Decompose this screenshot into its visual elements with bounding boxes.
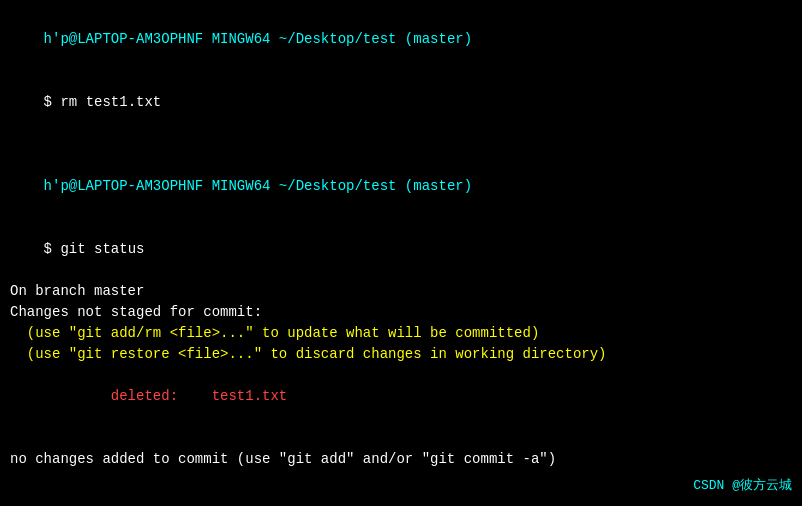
watermark: CSDN @彼方云城 xyxy=(693,476,792,494)
dollar-1: $ xyxy=(44,94,61,110)
cmd-text-2: git status xyxy=(60,241,144,257)
output-line-1: On branch master xyxy=(10,281,792,302)
output-line-4: (use "git restore <file>..." to discard … xyxy=(10,344,792,365)
prompt-line-3: h'p@LAPTOP-AM3OPHNF MINGW64 ~/Desktop/te… xyxy=(10,491,792,506)
prompt-line-2: h'p@LAPTOP-AM3OPHNF MINGW64 ~/Desktop/te… xyxy=(10,155,792,218)
no-changes-line: no changes added to commit (use "git add… xyxy=(10,449,792,470)
deleted-file: test1.txt xyxy=(178,388,287,404)
cmd-text-1: rm test1.txt xyxy=(60,94,161,110)
deleted-label: deleted: xyxy=(44,388,178,404)
blank-1 xyxy=(10,134,792,155)
terminal: h'p@LAPTOP-AM3OPHNF MINGW64 ~/Desktop/te… xyxy=(0,0,802,506)
prompt-text-2: h'p@LAPTOP-AM3OPHNF MINGW64 ~/Desktop/te… xyxy=(44,178,472,194)
cmd-line-2: $ git status xyxy=(10,218,792,281)
prompt-line-1: h'p@LAPTOP-AM3OPHNF MINGW64 ~/Desktop/te… xyxy=(10,8,792,71)
dollar-2: $ xyxy=(44,241,61,257)
blank-3 xyxy=(10,470,792,491)
blank-2 xyxy=(10,428,792,449)
output-line-3: (use "git add/rm <file>..." to update wh… xyxy=(10,323,792,344)
output-line-2: Changes not staged for commit: xyxy=(10,302,792,323)
cmd-line-1: $ rm test1.txt xyxy=(10,71,792,134)
deleted-line: deleted: test1.txt xyxy=(10,365,792,428)
prompt-text-1: h'p@LAPTOP-AM3OPHNF MINGW64 ~/Desktop/te… xyxy=(44,31,472,47)
